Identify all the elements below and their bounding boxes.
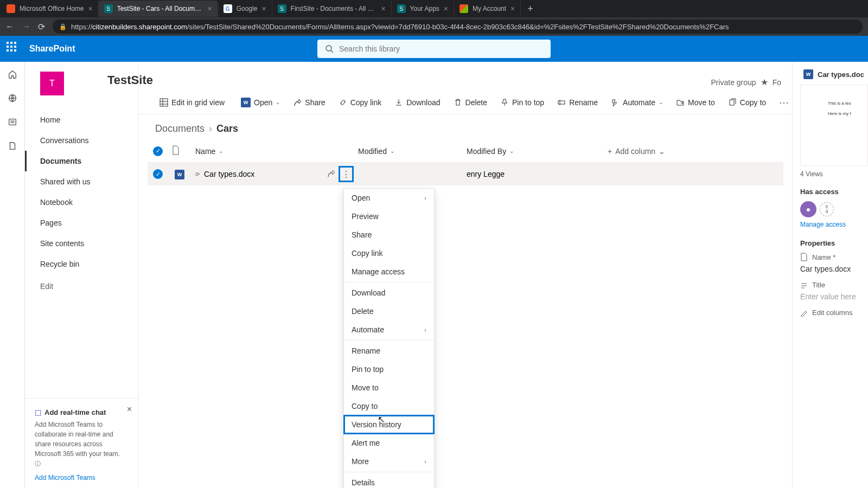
app-launcher-icon[interactable] (7, 42, 21, 56)
share-icon (293, 98, 302, 107)
nav-edit-link[interactable]: Edit (25, 274, 138, 298)
news-icon[interactable] (8, 117, 17, 127)
favicon-icon: S (397, 4, 406, 13)
browser-tab[interactable]: G Google × (218, 1, 272, 17)
close-icon[interactable]: × (444, 4, 448, 13)
share-icon[interactable] (327, 169, 335, 179)
nav-notebook[interactable]: Notebook (25, 192, 138, 213)
search-box[interactable] (317, 40, 551, 58)
ctx-copylink[interactable]: Copy link (344, 244, 434, 262)
col-modified[interactable]: Modified⌄ (358, 147, 467, 156)
cmd-more[interactable]: ⋯ (774, 94, 792, 111)
info-icon[interactable]: ⓘ (35, 460, 41, 467)
download-icon (394, 98, 403, 107)
browser-tab[interactable]: S TestSite - Cars - All Documents × (99, 1, 218, 17)
avatar[interactable]: ● (800, 201, 816, 217)
teams-card-link[interactable]: Add Microsoft Teams (35, 473, 129, 483)
browser-tab[interactable]: My Account × (454, 1, 521, 17)
cmd-copyto[interactable]: Copy to (723, 94, 771, 111)
ctx-open[interactable]: Open› (344, 189, 434, 207)
file-name[interactable]: Car types.docx (204, 170, 254, 178)
ctx-details[interactable]: Details (344, 473, 434, 488)
ctx-delete[interactable]: Delete (344, 302, 434, 320)
ctx-moveto[interactable]: Move to (344, 378, 434, 397)
nav-documents[interactable]: Documents (25, 151, 138, 171)
ctx-more[interactable]: More› (344, 452, 434, 471)
browser-tab[interactable]: Microsoft Office Home × (1, 1, 99, 17)
forward-button[interactable]: → (22, 22, 30, 31)
file-icon (800, 253, 808, 261)
prop-title-value[interactable]: Enter value here (800, 292, 868, 301)
properties-heading: Properties (800, 239, 868, 247)
cmd-automate[interactable]: Automate⌄ (605, 94, 668, 111)
trash-icon (454, 98, 462, 107)
cmd-download[interactable]: Download (389, 94, 445, 111)
breadcrumb-root[interactable]: Documents (155, 123, 205, 134)
nav-home[interactable]: Home (25, 110, 138, 130)
home-icon[interactable] (8, 69, 17, 79)
chevron-down-icon: ⌄ (390, 148, 394, 154)
reload-button[interactable]: ⟳ (38, 22, 45, 32)
row-check[interactable]: ✓ (153, 169, 163, 179)
files-icon[interactable] (8, 141, 17, 151)
cmd-delete[interactable]: Delete (448, 94, 493, 111)
close-icon[interactable]: × (510, 4, 515, 13)
ctx-share[interactable]: Share (344, 226, 434, 244)
nav-site-contents[interactable]: Site contents (25, 233, 138, 254)
ctx-copyto[interactable]: Copy to (344, 397, 434, 415)
close-icon[interactable]: × (381, 4, 385, 13)
file-preview[interactable]: This is a tes Here is my f (800, 85, 868, 166)
ctx-pin[interactable]: Pin to top (344, 360, 434, 378)
cmd-copylink[interactable]: Copy link (333, 94, 387, 111)
lock-icon: 🔒 (59, 23, 67, 30)
star-icon[interactable]: ★ (761, 77, 768, 87)
globe-icon[interactable] (8, 93, 17, 103)
ctx-version-history[interactable]: Version history (343, 415, 435, 434)
close-icon[interactable]: × (88, 4, 92, 13)
cmd-moveto[interactable]: Move to (671, 94, 720, 111)
product-name[interactable]: SharePoint (29, 44, 75, 54)
ctx-download[interactable]: Download (344, 284, 434, 302)
new-tab-button[interactable]: + (521, 3, 540, 15)
edit-columns-link[interactable]: Edit columns (800, 309, 868, 317)
follow-label[interactable]: Fo (773, 78, 781, 87)
pin-icon (500, 98, 509, 107)
app-rail (0, 62, 25, 488)
cmd-pin[interactable]: Pin to top (495, 94, 550, 111)
select-all-check[interactable]: ✓ (153, 146, 163, 156)
address-bar: ← → ⟳ 🔒 https://citizenbuilders.sharepoi… (0, 17, 868, 36)
col-modified-by[interactable]: Modified By⌄ (467, 147, 608, 156)
prop-name-value[interactable]: Car types.docx (800, 265, 868, 273)
ctx-alert[interactable]: Alert me (344, 434, 434, 452)
search-input[interactable] (339, 44, 543, 53)
nav-recycle-bin[interactable]: Recycle bin (25, 254, 138, 274)
nav-conversations[interactable]: Conversations (25, 130, 138, 151)
list-row[interactable]: ✓ W ⟳ Car types.docx ⋮ enry Legge (148, 163, 783, 185)
row-more-button[interactable]: ⋮ (339, 166, 354, 182)
favicon-icon (7, 4, 15, 13)
ctx-preview[interactable]: Preview (344, 207, 434, 226)
nav-pages[interactable]: Pages (25, 213, 138, 233)
site-logo[interactable]: T (40, 72, 64, 95)
cmd-rename[interactable]: Rename (552, 94, 603, 111)
close-icon[interactable]: × (207, 4, 212, 13)
add-column[interactable]: +Add column⌄ (608, 147, 727, 156)
url-field[interactable]: 🔒 https://citizenbuilders.sharepoint.com… (53, 20, 863, 34)
cmd-edit-grid[interactable]: Edit in grid view (154, 94, 230, 111)
close-icon[interactable]: × (127, 403, 132, 416)
cmd-share[interactable]: Share (288, 94, 330, 111)
cmd-open[interactable]: W Open⌄ (232, 94, 285, 111)
site-title[interactable]: TestSite (107, 73, 153, 87)
group-count[interactable]: ⚲4 (820, 202, 834, 216)
manage-access-link[interactable]: Manage access (800, 221, 868, 228)
ctx-automate[interactable]: Automate› (344, 320, 434, 339)
favicon-icon: S (104, 4, 113, 13)
ctx-rename[interactable]: Rename (344, 342, 434, 360)
ctx-manage-access[interactable]: Manage access (344, 262, 434, 281)
nav-shared[interactable]: Shared with us (25, 171, 138, 192)
browser-tab[interactable]: S Your Apps × (392, 1, 454, 17)
browser-tab[interactable]: S FirstSite - Documents - All Docur × (272, 1, 392, 17)
close-icon[interactable]: × (261, 4, 266, 13)
back-button[interactable]: ← (5, 22, 14, 31)
col-name[interactable]: Name⌄ (195, 147, 358, 156)
